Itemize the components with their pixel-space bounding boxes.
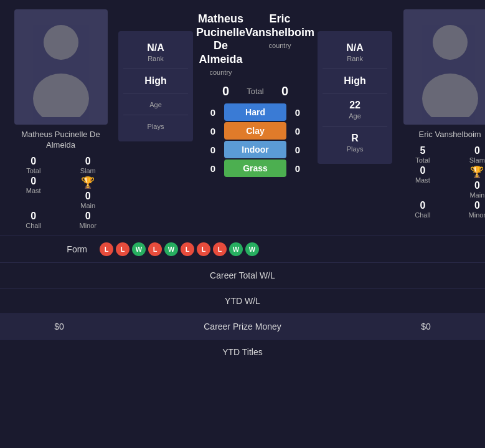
indoor-btn[interactable]: Indoor <box>224 141 286 158</box>
left-country: country <box>196 69 245 76</box>
svg-point-0 <box>44 25 78 60</box>
left-minor-stat: 0 Minor <box>64 211 113 229</box>
right-plays-stat: R Plays <box>323 126 387 159</box>
career-total-label: Career Total W/L <box>106 270 379 280</box>
svg-point-1 <box>33 74 89 117</box>
form-badge-l: L <box>197 242 210 256</box>
right-main-value: 0 <box>474 180 480 191</box>
main-container: Matheus Pucinelle De Almeida 0 Total 0 S… <box>0 0 485 365</box>
career-total-row: Career Total W/L <box>0 262 485 288</box>
clay-row: 0 Clay 0 <box>207 122 304 140</box>
svg-point-3 <box>422 74 478 117</box>
left-trophy-icon: 🏆 <box>81 176 95 189</box>
left-age-label: Age <box>123 101 188 108</box>
left-total-value: 0 <box>31 156 36 167</box>
right-high-value: High <box>323 75 387 87</box>
left-slam-value: 0 <box>85 156 91 167</box>
left-minor-value: 0 <box>85 211 91 222</box>
left-high-value: High <box>123 75 188 87</box>
form-badge-w: W <box>245 242 259 256</box>
indoor-score-right: 0 <box>291 145 304 155</box>
right-plays-value: R <box>323 133 387 144</box>
clay-score-right: 0 <box>291 126 304 136</box>
left-mast-label: Mast <box>26 187 41 194</box>
left-player-card: Matheus Pucinelle De Almeida 0 Total 0 S… <box>6 9 115 229</box>
right-minor-stat: 0 Minor <box>453 200 485 219</box>
left-chall-label: Chall <box>26 222 41 229</box>
left-rank-label: Rank <box>123 55 188 62</box>
form-badge-w: W <box>229 242 243 256</box>
right-age-stat: 22 Age <box>323 93 387 126</box>
right-rank-value: N/A <box>323 42 387 54</box>
grass-score-right: 0 <box>291 163 304 174</box>
form-badge-l: L <box>181 242 194 256</box>
right-minor-value: 0 <box>474 200 480 211</box>
center-content: Matheus PucinelleDe Almeida country Eric… <box>196 9 314 177</box>
left-main-label: Main <box>80 202 95 209</box>
right-slam-label: Slam <box>469 156 485 164</box>
grass-score-left: 0 <box>207 163 219 174</box>
left-plays-stat: Plays <box>123 115 188 136</box>
ytd-wl-label: YTD W/L <box>106 296 379 306</box>
hard-score-right: 0 <box>291 107 304 118</box>
right-slam-stat: 0 Slam <box>453 145 485 164</box>
right-trophy-icon-cell: 🏆 0 Main <box>453 165 485 199</box>
clay-btn[interactable]: Clay <box>224 122 286 140</box>
players-section: Matheus Pucinelle De Almeida 0 Total 0 S… <box>0 0 485 236</box>
right-main-label: Main <box>469 191 484 199</box>
right-player-stats-grid: 5 Total 0 Slam 0 Mast 🏆 0 Main 0 <box>395 145 485 219</box>
right-plays-label: Plays <box>323 145 387 153</box>
right-rank-label: Rank <box>323 55 387 62</box>
total-score-left: 0 <box>218 84 233 98</box>
form-badge-l: L <box>213 242 227 256</box>
bottom-section: Form LLWLWLLLWW Career Total W/L YTD W/L… <box>0 236 485 365</box>
svg-point-2 <box>433 25 468 60</box>
right-minor-label: Minor <box>469 211 485 219</box>
right-trophy-icon: 🏆 <box>470 165 484 179</box>
form-badge-w: W <box>132 242 146 256</box>
ytd-titles-row: YTD Titles <box>0 339 485 365</box>
hard-btn[interactable]: Hard <box>224 103 286 121</box>
left-total-stat: 0 Total <box>9 156 58 174</box>
left-chall-stat: 0 Chall <box>9 211 58 229</box>
right-high-stat: High <box>323 69 387 93</box>
left-stats-panel: N/A Rank High Age Plays <box>118 31 193 141</box>
right-stats-panel: N/A Rank High 22 Age R Plays <box>318 31 392 164</box>
left-player-avatar <box>14 9 108 125</box>
right-rank-stat: N/A Rank <box>323 36 387 69</box>
form-badge-l: L <box>116 242 129 256</box>
right-age-label: Age <box>323 112 387 120</box>
left-main-value: 0 <box>85 191 91 202</box>
right-player-avatar <box>403 9 485 125</box>
right-chall-value: 0 <box>420 200 425 211</box>
left-player-header: Matheus PucinelleDe Almeida country <box>196 12 245 76</box>
form-badges: LLWLWLLLWW <box>100 242 259 256</box>
grass-btn[interactable]: Grass <box>224 160 286 177</box>
left-player-name: Matheus Pucinelle De Almeida <box>6 130 115 151</box>
right-chall-stat: 0 Chall <box>398 200 447 219</box>
hard-row: 0 Hard 0 <box>207 103 304 121</box>
total-score-label: Total <box>240 87 271 96</box>
left-rank-stat: N/A Rank <box>123 36 188 69</box>
left-minor-label: Minor <box>79 222 97 229</box>
form-badge-w: W <box>164 242 178 256</box>
right-mast-stat: 0 Mast <box>398 165 447 199</box>
career-prize-right: $0 <box>379 322 473 331</box>
ytd-titles-label: YTD Titles <box>106 347 379 357</box>
left-slam-stat: 0 Slam <box>64 156 113 174</box>
indoor-score-left: 0 <box>207 145 219 155</box>
left-chall-value: 0 <box>31 211 36 222</box>
right-total-stat: 5 Total <box>398 145 447 164</box>
right-mast-value: 0 <box>420 165 425 176</box>
form-label: Form <box>12 244 87 254</box>
form-section: Form LLWLWLLLWW <box>0 236 485 262</box>
total-score-right: 0 <box>277 84 293 98</box>
right-player-card: Eric Vanshelboim 5 Total 0 Slam 0 Mast 🏆… <box>395 9 485 229</box>
right-chall-label: Chall <box>415 211 430 219</box>
surface-rows: 0 Hard 0 0 Clay 0 0 Indoor 0 <box>207 103 304 177</box>
career-prize-row: $0 Career Prize Money $0 <box>0 313 485 339</box>
right-mast-label: Mast <box>415 176 430 184</box>
left-mast-value: 0 <box>31 176 36 187</box>
right-player-name: Eric Vanshelboim <box>418 130 481 140</box>
left-total-label: Total <box>26 167 40 174</box>
